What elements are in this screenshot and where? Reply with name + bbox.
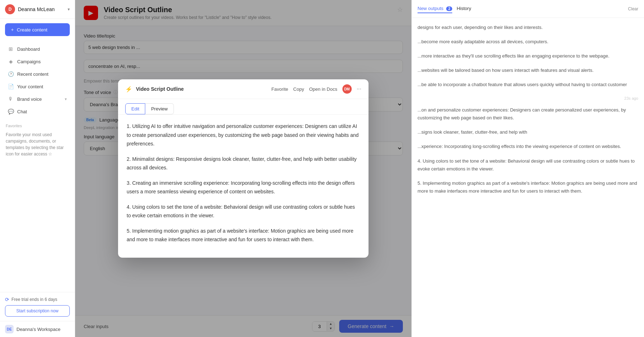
right-content-p7: ...signs look cleaner, faster, clutter-f…	[418, 128, 638, 136]
user-menu[interactable]: D Deanna McLean ▾	[0, 0, 75, 19]
right-content-p3: ...more interactive as they'll use scrol…	[418, 52, 638, 60]
modal-content-item-4: 4. Using colors to set the tone of a web…	[127, 203, 360, 220]
modal-content-item-1: 1. Utilizing AI to offer intuitive navig…	[127, 122, 360, 148]
outputs-badge: 2	[446, 6, 453, 11]
sidebar-bottom: ⟳ Free trial ends in 6 days Start subscr…	[0, 292, 75, 321]
chevron-down-icon: ▾	[68, 7, 70, 12]
right-panel-header: New outputs 2 History Clear	[412, 0, 644, 18]
create-content-button[interactable]: ＋ Create content	[5, 23, 70, 36]
user-avatar: D	[5, 4, 15, 14]
right-content-p10: 5. Implementing motion graphics as part …	[418, 179, 638, 195]
right-content-p4: ...websites will be tailored based on ho…	[418, 66, 638, 74]
right-panel: New outputs 2 History Clear designs for …	[411, 0, 644, 337]
template-flash-icon: ⚡	[125, 86, 132, 93]
modal-overlay[interactable]: ⚡ Video Script Outline Favorite Copy Ope…	[75, 0, 411, 337]
modal-title: Video Script Outline	[136, 86, 268, 92]
timestamp: 23s ago	[418, 95, 638, 102]
trial-info: ⟳ Free trial ends in 6 days	[5, 297, 70, 302]
modal: ⚡ Video Script Outline Favorite Copy Ope…	[118, 79, 369, 258]
modal-favorite-button[interactable]: Favorite	[272, 86, 288, 92]
sidebar-item-recent[interactable]: 🕐 Recent content	[2, 68, 73, 80]
main-area: ▶ Video Script Outline Create script out…	[75, 0, 411, 337]
modal-copy-button[interactable]: Copy	[293, 86, 304, 92]
right-content-p8: ...xperience: Incorporating long-scrolli…	[418, 143, 638, 150]
right-content-p6: ...on and personalize customer experienc…	[418, 106, 638, 122]
modal-header: ⚡ Video Script Outline Favorite Copy Ope…	[118, 79, 369, 99]
recent-icon: 🕐	[8, 71, 14, 77]
brand-voice-icon: 🎙	[8, 96, 14, 102]
right-content-p9: 4. Using colors to set the tone of a web…	[418, 157, 638, 173]
sidebar-item-dashboard[interactable]: ⊞ Dashboard	[2, 43, 73, 55]
tab-new-outputs[interactable]: New outputs 2	[418, 4, 452, 13]
dashboard-icon: ⊞	[8, 46, 14, 52]
chat-icon: 💬	[8, 109, 14, 114]
modal-content-item-3: 3. Creating an immersive scrolling exper…	[127, 179, 360, 196]
content-icon: 📄	[8, 84, 14, 89]
user-name: Deanna McLean	[18, 6, 65, 12]
favorites-section-label: Favorites	[0, 120, 75, 129]
modal-body: 1. Utilizing AI to offer intuitive navig…	[118, 115, 369, 258]
clear-right-button[interactable]: Clear	[628, 6, 638, 11]
subscribe-button[interactable]: Start subscription now	[5, 305, 70, 317]
modal-content-item-5: 5. Implementing motion graphics as part …	[127, 227, 360, 244]
campaigns-icon: ◈	[8, 59, 14, 64]
workspace-name: Deanna's Workspace	[16, 327, 60, 332]
plus-icon: ＋	[10, 26, 15, 33]
workspace-row[interactable]: DE Deanna's Workspace	[0, 321, 75, 337]
right-content-p2: ...become more easily adaptable across a…	[418, 38, 638, 46]
modal-user-avatar: DM	[342, 84, 352, 94]
modal-more-button[interactable]: ···	[357, 86, 361, 92]
tab-history[interactable]: History	[457, 4, 471, 13]
right-content-p1: designs for each user, depending on thei…	[418, 24, 638, 31]
modal-content-item-2: 2. Minimalist designs: Responsive design…	[127, 155, 360, 172]
chevron-down-icon: ▾	[65, 97, 67, 101]
modal-tab-preview[interactable]: Preview	[145, 103, 174, 114]
sidebar-item-chat[interactable]: 💬 Chat	[2, 105, 73, 118]
right-panel-content: designs for each user, depending on thei…	[412, 18, 644, 337]
modal-tab-edit[interactable]: Edit	[125, 103, 145, 114]
modal-open-docs-button[interactable]: Open in Docs	[309, 86, 337, 92]
sidebar-item-your-content[interactable]: 📄 Your content	[2, 80, 73, 93]
sidebar-item-brand-voice[interactable]: 🎙 Brand voice ▾	[2, 93, 73, 105]
modal-actions: Favorite Copy Open in Docs DM ···	[272, 84, 361, 94]
sidebar-item-campaigns[interactable]: ◈ Campaigns	[2, 55, 73, 68]
right-content-p5: ...be able to incorporate a chatbot feat…	[418, 81, 638, 89]
workspace-avatar: DE	[5, 325, 14, 333]
favorites-description: Favorite your most used campaigns, docum…	[0, 129, 75, 161]
sidebar-nav: ⊞ Dashboard ◈ Campaigns 🕐 Recent content…	[0, 40, 75, 120]
modal-tabs: Edit Preview	[118, 99, 369, 115]
sidebar: D Deanna McLean ▾ ＋ Create content ⊞ Das…	[0, 0, 75, 337]
trial-icon: ⟳	[5, 297, 9, 302]
